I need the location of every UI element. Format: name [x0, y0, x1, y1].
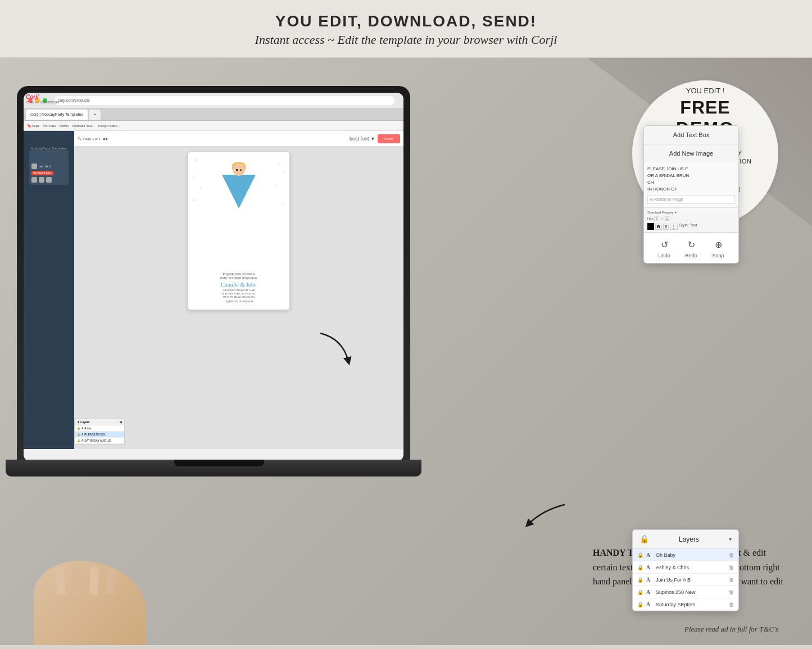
card-text-area: PLEASE JOIN US FOR A BABY SHOWER HONORIN… — [188, 273, 289, 304]
bookmark-item-2[interactable]: YouTube — [43, 124, 56, 128]
layer-delete-join-us[interactable]: 🗑 — [729, 577, 734, 583]
font-size-controls: Hpx 8 × 11 — [647, 216, 735, 221]
layer-lock-saturday: 🔒 — [637, 602, 643, 607]
card-join-text: PLEASE JOIN US FOR A — [193, 273, 285, 276]
layer-delete-oh-baby[interactable]: 🗑 — [729, 552, 734, 558]
standard-regular-dropdown[interactable]: Standard Regular ▾ — [647, 210, 677, 214]
mini-type-2: A — [81, 433, 83, 436]
snap-tool[interactable]: ⊕ Snap — [711, 238, 725, 258]
color-swatch[interactable] — [647, 223, 654, 230]
sidebar-item-box: Order Id: 1509758194 Item file 1 — [29, 150, 69, 185]
align-button[interactable]: ≡ — [663, 224, 669, 230]
mini-lock-3: 🔒 — [77, 439, 80, 442]
layer-delete-supinos[interactable]: 🗑 — [729, 589, 734, 595]
zoom-controls[interactable]: 🔍 — [78, 137, 81, 140]
sidebar-icon-1 — [31, 164, 37, 169]
redo-icon: ↻ — [684, 238, 698, 251]
bookmark-item-4[interactable]: Australia You... — [72, 124, 94, 128]
disclaimer: Please read ad in full for T&C's — [684, 625, 778, 634]
inactive-tab[interactable]: + — [89, 110, 101, 120]
mini-layer-item-2[interactable]: 🔒 A PLEASEJOYUS... — [75, 432, 124, 438]
editor-canvas-area[interactable]: ✿ ✿ ❋ ❋ ✦ ✦ ✿ ✿ — [74, 147, 403, 449]
arrow-1 — [315, 328, 360, 373]
order-info: Order Id: 1509758194 — [26, 101, 59, 104]
layer-delete-ashley-chris[interactable]: 🗑 — [729, 565, 734, 570]
mini-layer-expand[interactable]: ⊞ — [120, 420, 122, 424]
sidebar-tools-area: NoocayParty Templates Order Id: 15097581… — [29, 147, 69, 185]
editor-sidebar: Corjl NoocayParty Templates Order Id: 15… — [24, 131, 74, 449]
layer-delete-saturday[interactable]: 🗑 — [729, 602, 734, 607]
bookmark-item-1[interactable]: 🔖 Apps — [27, 124, 39, 128]
sidebar-item-row-1: Item file 1 — [31, 164, 66, 169]
active-tab[interactable]: Corjl | NoocayParty Templates — [26, 110, 88, 120]
bold-button[interactable]: B — [655, 224, 662, 230]
undo-label: Undo — [658, 253, 670, 258]
princess-figure — [216, 164, 261, 220]
layer-type-supinos: A — [646, 589, 653, 595]
princess-body-container — [222, 164, 256, 208]
layer-item-ashley-chris[interactable]: 🔒 A Ashley & Chris 🗑 — [633, 561, 738, 574]
width-input[interactable]: 11 — [664, 216, 671, 221]
demo-free-label: FREE — [680, 97, 730, 118]
add-text-box-button[interactable]: Add Text Box — [644, 126, 738, 144]
mini-name-2: PLEASEJOYUS... — [84, 433, 107, 436]
nav-controls: Page 1 of 1 — [83, 137, 101, 140]
header-title: YOU EDIT, DOWNLOAD, SEND! — [0, 12, 812, 30]
undo-tool[interactable]: ↺ Undo — [657, 238, 671, 258]
layers-title: Layers — [679, 535, 699, 543]
redo-tool[interactable]: ↻ Redo — [684, 238, 698, 258]
bookmark-item-3[interactable]: Netflix — [60, 124, 69, 128]
card-name: Camille & John — [193, 282, 285, 288]
toolbar-right: best font ▼ Orders — [350, 134, 400, 143]
layer-item-oh-baby[interactable]: 🔒 A Oh Baby 🗑 — [633, 549, 738, 561]
order-badge: INCOMPLETE — [31, 171, 53, 175]
mini-layer-item-1[interactable]: 🔒 A Andy — [75, 425, 124, 432]
layer-lock-supinos: 🔒 — [637, 589, 643, 595]
layers-panel: 🔒 Layers ▾ 🔒 A Oh Baby 🗑 🔒 A Ashley & Ch… — [632, 529, 739, 611]
layer-lock-ashley-chris: 🔒 — [637, 565, 643, 570]
mini-resize-image-option[interactable]: ⊞ Resize vs Image — [647, 195, 735, 204]
sidebar-icon-3[interactable] — [31, 177, 37, 183]
card-footer: registered at amazon — [193, 299, 285, 304]
layer-type-oh-baby: A — [646, 552, 653, 558]
hand-placeholder — [34, 561, 146, 645]
sidebar-item-row-3 — [31, 177, 66, 183]
page-nav: 🔍 Page 1 of 1 ◀ ▶ — [78, 137, 108, 140]
add-new-image-button[interactable]: Add New Image — [644, 144, 738, 162]
orders-button[interactable]: Orders — [378, 134, 400, 143]
finger-1 — [55, 566, 66, 594]
mini-name-1: Andy — [84, 426, 90, 430]
bookmark-item-5[interactable]: Design Baby... — [98, 124, 120, 128]
mini-name-3: SATURDAY AUG US — [84, 439, 111, 442]
finger-2 — [72, 564, 82, 594]
layers-header: 🔒 Layers ▾ — [633, 530, 738, 549]
height-control: Hpx 8 — [647, 216, 659, 221]
finger-3 — [89, 566, 99, 594]
popup-tools: ↺ Undo ↻ Redo ⊕ Snap — [644, 233, 738, 263]
laptop-screen-bezel: corjl.com/products Corjl | NoocayParty T… — [24, 93, 403, 461]
main-content: corjl.com/products Corjl | NoocayParty T… — [0, 58, 812, 645]
editor-area: Corjl NoocayParty Templates Order Id: 15… — [24, 131, 403, 449]
mini-layers-panel-screen: ▼ Layers ⊞ 🔒 A Andy 🔒 — [74, 419, 125, 444]
demo-you-edit-label: YOU EDIT ! — [686, 87, 724, 95]
sidebar-icon-4[interactable] — [39, 177, 44, 183]
mini-type-1: A — [81, 426, 83, 430]
height-input[interactable]: 8 — [654, 216, 659, 221]
editor-toolbar: 🔍 Page 1 of 1 ◀ ▶ best font ▼ Orders — [74, 131, 403, 147]
sidebar-icon-5[interactable] — [46, 177, 52, 183]
laptop-notch — [174, 460, 264, 466]
snap-icon: ⊕ — [711, 238, 725, 251]
editor-main: 🔍 Page 1 of 1 ◀ ▶ best font ▼ Orders — [74, 131, 403, 449]
nav-arrows[interactable]: ◀ ▶ — [102, 137, 109, 140]
layer-item-supinos[interactable]: 🔒 A Supinos 250 New 🗑 — [633, 586, 738, 598]
mini-layer-item-3[interactable]: 🔒 A SATURDAY AUG US — [75, 438, 124, 444]
layer-item-join-us[interactable]: 🔒 A Join Us For A B 🗑 — [633, 574, 738, 586]
popup-panel: Add Text Box Add New Image PLEASE JOIN U… — [643, 125, 739, 264]
layer-name-oh-baby: Oh Baby — [656, 552, 726, 558]
layer-item-saturday[interactable]: 🔒 A Saturday SEptem 🗑 — [633, 598, 738, 611]
sidebar-item-row-2: INCOMPLETE — [31, 171, 66, 175]
layers-chevron-icon[interactable]: ▾ — [729, 536, 732, 542]
layer-lock-oh-baby: 🔒 — [637, 552, 643, 558]
address-bar[interactable]: corjl.com/products — [55, 96, 394, 105]
more-format-button[interactable]: ⋮ — [670, 224, 678, 230]
